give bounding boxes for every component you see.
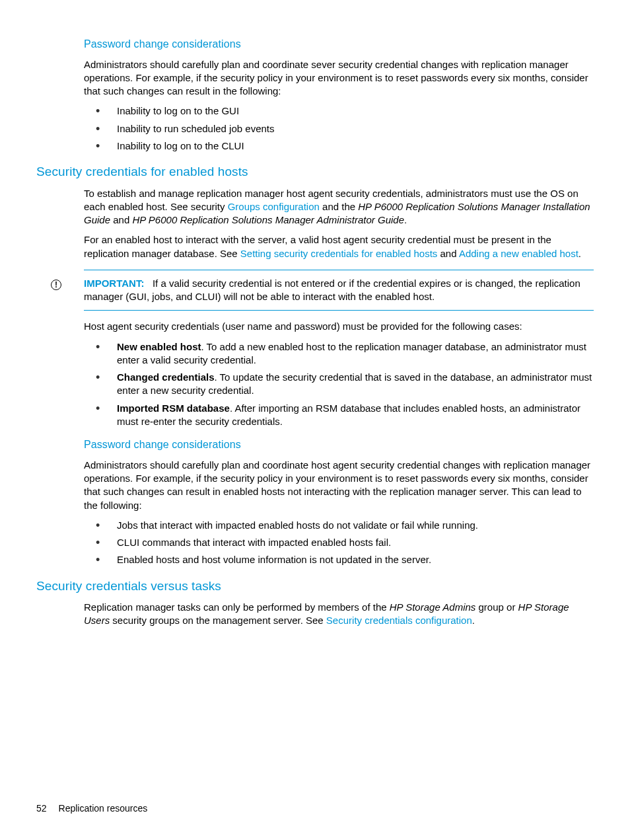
password-change-para-1: Administrators should carefully plan and… xyxy=(84,58,594,98)
list-item: Changed credentials. To update the secur… xyxy=(84,371,594,398)
list-item: Imported RSM database. After importing a… xyxy=(84,402,594,429)
tasks-para: Replication manager tasks can only be pe… xyxy=(84,601,594,628)
page-number: 52 xyxy=(36,803,47,814)
list-item: Jobs that interact with impacted enabled… xyxy=(84,519,594,532)
list-item: New enabled host. To add a new enabled h… xyxy=(84,340,594,367)
groups-config-link[interactable]: Groups configuration xyxy=(228,201,320,212)
cases-list: New enabled host. To add a new enabled h… xyxy=(84,340,594,429)
important-text: If a valid security credential is not en… xyxy=(84,278,580,302)
password-change-heading-1: Password change considerations xyxy=(84,37,594,52)
security-credentials-tasks-heading: Security credentials versus tasks xyxy=(36,578,594,595)
list-item: Inability to log on to the CLUI xyxy=(84,139,594,153)
password-change-heading-2: Password change considerations xyxy=(84,438,594,452)
security-para-3: Host agent security credentials (user na… xyxy=(84,320,594,333)
security-para-1: To establish and manage replication mana… xyxy=(84,187,594,227)
list-item: Inability to run scheduled job events xyxy=(84,122,594,135)
adding-host-link[interactable]: Adding a new enabled host xyxy=(459,248,578,259)
list-item: Enabled hosts and host volume informatio… xyxy=(84,553,594,566)
list-item: Inability to log on to the GUI xyxy=(84,104,594,118)
list-item: CLUI commands that interact with impacte… xyxy=(84,536,594,549)
password-change-para-2: Administrators should carefully plan and… xyxy=(84,459,594,512)
inability-list: Inability to log on to the GUI Inability… xyxy=(84,104,594,153)
page-footer: 52Replication resources xyxy=(36,802,147,815)
important-icon xyxy=(51,280,61,290)
setting-security-link[interactable]: Setting security credentials for enabled… xyxy=(240,248,438,259)
consequences-list: Jobs that interact with impacted enabled… xyxy=(84,519,594,567)
security-para-2: For an enabled host to interact with the… xyxy=(84,233,594,260)
footer-title: Replication resources xyxy=(59,803,148,814)
important-note: IMPORTANT: If a valid security credentia… xyxy=(84,270,594,311)
security-config-link[interactable]: Security credentials configuration xyxy=(326,615,472,626)
important-label: IMPORTANT: xyxy=(84,278,144,289)
security-credentials-hosts-heading: Security credentials for enabled hosts xyxy=(36,163,594,180)
